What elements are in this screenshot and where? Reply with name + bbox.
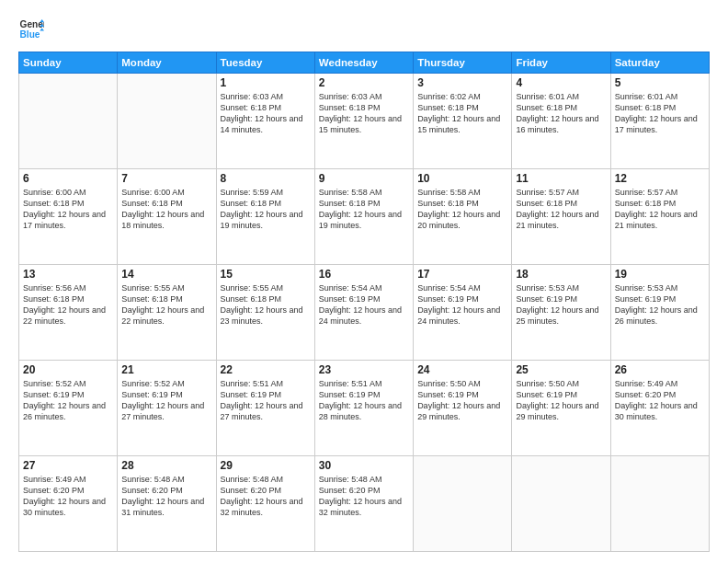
day-info: Sunrise: 6:00 AM Sunset: 6:18 PM Dayligh… [23, 187, 113, 232]
day-number: 16 [319, 268, 409, 281]
day-info: Sunrise: 6:00 AM Sunset: 6:18 PM Dayligh… [121, 187, 211, 232]
day-info: Sunrise: 6:03 AM Sunset: 6:18 PM Dayligh… [319, 91, 409, 136]
day-info: Sunrise: 5:51 AM Sunset: 6:19 PM Dayligh… [221, 378, 311, 423]
calendar-body: 1Sunrise: 6:03 AM Sunset: 6:18 PM Daylig… [19, 74, 710, 552]
calendar-cell [610, 456, 709, 552]
day-info: Sunrise: 6:02 AM Sunset: 6:18 PM Dayligh… [417, 91, 507, 136]
calendar-cell [19, 74, 118, 169]
day-number: 18 [516, 268, 606, 281]
day-info: Sunrise: 6:03 AM Sunset: 6:18 PM Dayligh… [221, 91, 311, 136]
day-number: 2 [319, 76, 409, 89]
calendar-cell: 3Sunrise: 6:02 AM Sunset: 6:18 PM Daylig… [414, 74, 512, 169]
day-number: 22 [221, 363, 311, 376]
day-info: Sunrise: 5:57 AM Sunset: 6:18 PM Dayligh… [615, 187, 705, 232]
day-header-saturday: Saturday [610, 52, 709, 74]
day-number: 17 [417, 268, 507, 281]
calendar-cell: 12Sunrise: 5:57 AM Sunset: 6:18 PM Dayli… [610, 169, 709, 265]
calendar-cell: 17Sunrise: 5:54 AM Sunset: 6:19 PM Dayli… [414, 265, 512, 361]
calendar-cell [118, 74, 216, 169]
calendar-cell: 8Sunrise: 5:59 AM Sunset: 6:18 PM Daylig… [216, 169, 314, 265]
day-info: Sunrise: 5:48 AM Sunset: 6:20 PM Dayligh… [319, 474, 409, 519]
day-number: 5 [615, 76, 705, 89]
calendar-cell: 13Sunrise: 5:56 AM Sunset: 6:18 PM Dayli… [19, 265, 118, 361]
day-number: 27 [23, 459, 113, 472]
day-info: Sunrise: 6:01 AM Sunset: 6:18 PM Dayligh… [516, 91, 606, 136]
day-info: Sunrise: 6:01 AM Sunset: 6:18 PM Dayligh… [615, 91, 705, 136]
day-number: 12 [615, 172, 705, 185]
day-info: Sunrise: 5:49 AM Sunset: 6:20 PM Dayligh… [23, 474, 113, 519]
day-info: Sunrise: 5:53 AM Sunset: 6:19 PM Dayligh… [615, 282, 705, 327]
day-number: 20 [23, 363, 113, 376]
day-info: Sunrise: 5:55 AM Sunset: 6:18 PM Dayligh… [221, 282, 311, 327]
day-info: Sunrise: 5:54 AM Sunset: 6:19 PM Dayligh… [319, 282, 409, 327]
day-number: 30 [319, 459, 409, 472]
logo-icon: General Blue [18, 17, 44, 42]
calendar-cell: 14Sunrise: 5:55 AM Sunset: 6:18 PM Dayli… [118, 265, 216, 361]
day-number: 8 [221, 172, 311, 185]
day-number: 28 [121, 459, 211, 472]
day-header-monday: Monday [118, 52, 216, 74]
calendar-cell: 19Sunrise: 5:53 AM Sunset: 6:19 PM Dayli… [610, 265, 709, 361]
day-header-tuesday: Tuesday [216, 52, 314, 74]
day-info: Sunrise: 5:59 AM Sunset: 6:18 PM Dayligh… [221, 187, 311, 232]
calendar-cell: 10Sunrise: 5:58 AM Sunset: 6:18 PM Dayli… [414, 169, 512, 265]
calendar-cell: 4Sunrise: 6:01 AM Sunset: 6:18 PM Daylig… [512, 74, 610, 169]
day-info: Sunrise: 5:55 AM Sunset: 6:18 PM Dayligh… [121, 282, 211, 327]
day-info: Sunrise: 5:48 AM Sunset: 6:20 PM Dayligh… [121, 474, 211, 519]
day-number: 14 [121, 268, 211, 281]
calendar-cell: 11Sunrise: 5:57 AM Sunset: 6:18 PM Dayli… [512, 169, 610, 265]
calendar-cell: 2Sunrise: 6:03 AM Sunset: 6:18 PM Daylig… [314, 74, 413, 169]
calendar-cell [414, 456, 512, 552]
calendar-cell: 21Sunrise: 5:52 AM Sunset: 6:19 PM Dayli… [118, 361, 216, 456]
calendar-cell: 26Sunrise: 5:49 AM Sunset: 6:20 PM Dayli… [610, 361, 709, 456]
day-number: 23 [319, 363, 409, 376]
day-header-thursday: Thursday [414, 52, 512, 74]
day-header-wednesday: Wednesday [314, 52, 413, 74]
day-number: 26 [615, 363, 705, 376]
day-info: Sunrise: 5:58 AM Sunset: 6:18 PM Dayligh… [319, 187, 409, 232]
calendar-cell: 27Sunrise: 5:49 AM Sunset: 6:20 PM Dayli… [19, 456, 118, 552]
calendar-cell: 20Sunrise: 5:52 AM Sunset: 6:19 PM Dayli… [19, 361, 118, 456]
day-info: Sunrise: 5:54 AM Sunset: 6:19 PM Dayligh… [417, 282, 507, 327]
day-number: 9 [319, 172, 409, 185]
day-info: Sunrise: 5:56 AM Sunset: 6:18 PM Dayligh… [23, 282, 113, 327]
calendar-cell: 28Sunrise: 5:48 AM Sunset: 6:20 PM Dayli… [118, 456, 216, 552]
day-info: Sunrise: 5:50 AM Sunset: 6:19 PM Dayligh… [516, 378, 606, 423]
day-number: 25 [516, 363, 606, 376]
week-row-2: 6Sunrise: 6:00 AM Sunset: 6:18 PM Daylig… [19, 169, 710, 265]
day-info: Sunrise: 5:57 AM Sunset: 6:18 PM Dayligh… [516, 187, 606, 232]
calendar-cell: 30Sunrise: 5:48 AM Sunset: 6:20 PM Dayli… [314, 456, 413, 552]
day-info: Sunrise: 5:52 AM Sunset: 6:19 PM Dayligh… [23, 378, 113, 423]
day-header-sunday: Sunday [19, 52, 118, 74]
calendar-cell [512, 456, 610, 552]
header: General Blue [18, 17, 710, 42]
day-number: 3 [417, 76, 507, 89]
calendar-cell: 6Sunrise: 6:00 AM Sunset: 6:18 PM Daylig… [19, 169, 118, 265]
day-number: 21 [121, 363, 211, 376]
calendar-cell: 1Sunrise: 6:03 AM Sunset: 6:18 PM Daylig… [216, 74, 314, 169]
day-info: Sunrise: 5:53 AM Sunset: 6:19 PM Dayligh… [516, 282, 606, 327]
day-info: Sunrise: 5:51 AM Sunset: 6:19 PM Dayligh… [319, 378, 409, 423]
day-number: 11 [516, 172, 606, 185]
calendar-cell: 9Sunrise: 5:58 AM Sunset: 6:18 PM Daylig… [314, 169, 413, 265]
calendar-table: SundayMondayTuesdayWednesdayThursdayFrid… [18, 52, 710, 552]
day-number: 19 [615, 268, 705, 281]
day-info: Sunrise: 5:49 AM Sunset: 6:20 PM Dayligh… [615, 378, 705, 423]
calendar-cell: 23Sunrise: 5:51 AM Sunset: 6:19 PM Dayli… [314, 361, 413, 456]
week-row-4: 20Sunrise: 5:52 AM Sunset: 6:19 PM Dayli… [19, 361, 710, 456]
calendar-cell: 15Sunrise: 5:55 AM Sunset: 6:18 PM Dayli… [216, 265, 314, 361]
svg-text:Blue: Blue [20, 29, 40, 40]
calendar-cell: 18Sunrise: 5:53 AM Sunset: 6:19 PM Dayli… [512, 265, 610, 361]
day-number: 10 [417, 172, 507, 185]
calendar-cell: 7Sunrise: 6:00 AM Sunset: 6:18 PM Daylig… [118, 169, 216, 265]
day-number: 4 [516, 76, 606, 89]
day-number: 24 [417, 363, 507, 376]
week-row-5: 27Sunrise: 5:49 AM Sunset: 6:20 PM Dayli… [19, 456, 710, 552]
day-info: Sunrise: 5:48 AM Sunset: 6:20 PM Dayligh… [221, 474, 311, 519]
logo: General Blue [18, 17, 44, 42]
day-number: 13 [23, 268, 113, 281]
day-number: 7 [121, 172, 211, 185]
calendar-cell: 24Sunrise: 5:50 AM Sunset: 6:19 PM Dayli… [414, 361, 512, 456]
calendar-cell: 16Sunrise: 5:54 AM Sunset: 6:19 PM Dayli… [314, 265, 413, 361]
calendar-cell: 5Sunrise: 6:01 AM Sunset: 6:18 PM Daylig… [610, 74, 709, 169]
